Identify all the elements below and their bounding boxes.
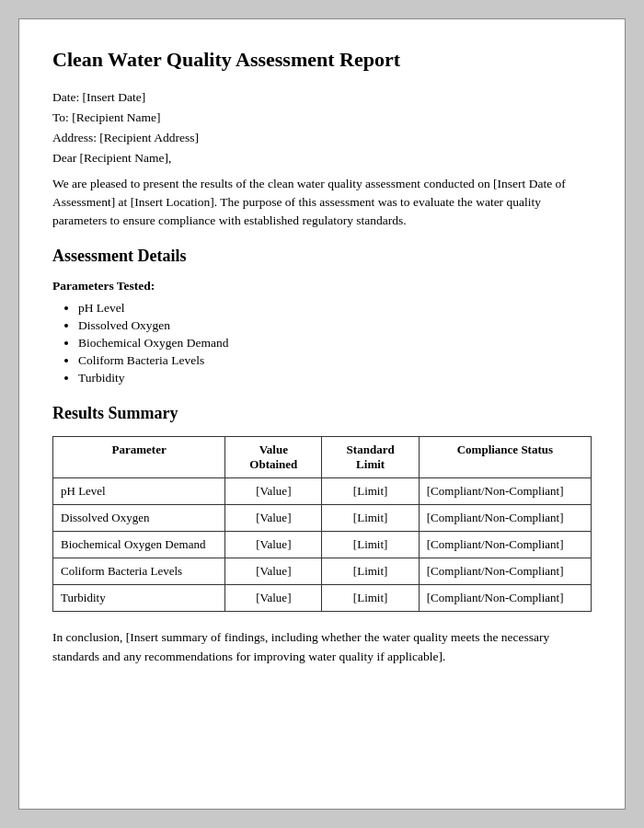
assessment-heading: Assessment Details	[52, 247, 592, 266]
cell-value: [Value]	[225, 478, 322, 505]
to-line: To: [Recipient Name]	[52, 110, 592, 125]
cell-standard: [Limit]	[322, 532, 419, 558]
col-header-parameter: Parameter	[53, 437, 225, 478]
cell-compliance: [Compliant/Non-Compliant]	[419, 558, 591, 585]
cell-compliance: [Compliant/Non-Compliant]	[419, 585, 591, 612]
cell-parameter: Turbidity	[53, 585, 225, 612]
cell-value: [Value]	[225, 505, 322, 532]
table-row: Turbidity[Value][Limit][Compliant/Non-Co…	[53, 585, 592, 612]
col-header-value: ValueObtained	[225, 437, 322, 478]
list-item: Coliform Bacteria Levels	[78, 353, 592, 368]
results-heading: Results Summary	[52, 404, 592, 423]
date-line: Date: [Insert Date]	[52, 90, 592, 105]
address-line: Address: [Recipient Address]	[52, 131, 592, 145]
report-page: Clean Water Quality Assessment Report Da…	[18, 18, 626, 810]
col-header-standard: StandardLimit	[322, 437, 419, 478]
cell-parameter: Biochemical Oxygen Demand	[53, 532, 225, 558]
cell-parameter: Dissolved Oxygen	[53, 505, 225, 532]
list-item: Dissolved Oxygen	[78, 318, 592, 333]
report-title: Clean Water Quality Assessment Report	[52, 47, 592, 74]
table-row: Biochemical Oxygen Demand[Value][Limit][…	[53, 532, 592, 558]
table-header-row: Parameter ValueObtained StandardLimit Co…	[53, 437, 592, 478]
conclusion-paragraph: In conclusion, [Insert summary of findin…	[52, 628, 592, 666]
table-row: pH Level[Value][Limit][Compliant/Non-Com…	[53, 478, 592, 505]
results-section: Results Summary Parameter ValueObtained …	[52, 404, 592, 612]
list-item: pH Level	[78, 301, 592, 316]
col-header-compliance: Compliance Status	[419, 437, 591, 478]
cell-compliance: [Compliant/Non-Compliant]	[419, 505, 591, 532]
results-tbody: pH Level[Value][Limit][Compliant/Non-Com…	[53, 478, 592, 612]
cell-compliance: [Compliant/Non-Compliant]	[419, 478, 591, 505]
cell-standard: [Limit]	[322, 505, 419, 532]
cell-value: [Value]	[225, 585, 322, 612]
cell-value: [Value]	[225, 558, 322, 585]
cell-standard: [Limit]	[322, 585, 419, 612]
cell-parameter: pH Level	[53, 478, 225, 505]
parameters-label: Parameters Tested:	[52, 279, 592, 293]
list-item: Biochemical Oxygen Demand	[78, 336, 592, 351]
cell-compliance: [Compliant/Non-Compliant]	[419, 532, 591, 558]
cell-value: [Value]	[225, 532, 322, 558]
cell-standard: [Limit]	[322, 478, 419, 505]
cell-parameter: Coliform Bacteria Levels	[53, 558, 225, 585]
list-item: Turbidity	[78, 371, 592, 385]
results-table: Parameter ValueObtained StandardLimit Co…	[52, 436, 592, 612]
table-row: Dissolved Oxygen[Value][Limit][Compliant…	[53, 505, 592, 532]
parameters-list: pH Level Dissolved Oxygen Biochemical Ox…	[52, 301, 592, 385]
intro-paragraph: We are pleased to present the results of…	[52, 175, 592, 231]
cell-standard: [Limit]	[322, 558, 419, 585]
dear-line: Dear [Recipient Name],	[52, 151, 592, 166]
table-row: Coliform Bacteria Levels[Value][Limit][C…	[53, 558, 592, 585]
